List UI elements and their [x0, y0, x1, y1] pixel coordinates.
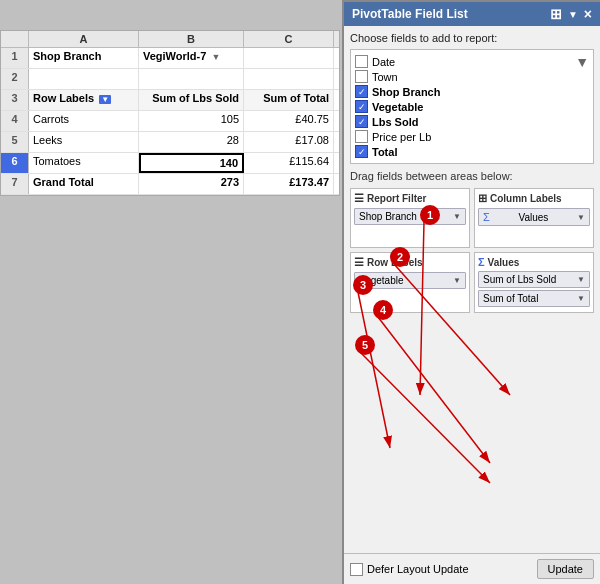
pivot-panel: PivotTable Field List ⊞ ▼ × Choose field…	[342, 0, 600, 584]
layout-icon[interactable]: ⊞	[550, 6, 562, 22]
cell-a6[interactable]: Tomatoes	[29, 153, 139, 173]
cell-c4[interactable]: £40.75	[244, 111, 334, 131]
cell-b3[interactable]: Sum of Lbs Sold	[139, 90, 244, 110]
col-header-b[interactable]: B	[139, 31, 244, 47]
town-checkbox[interactable]	[355, 70, 368, 83]
total-checkbox[interactable]: ✓	[355, 145, 368, 158]
vegetable-checkbox[interactable]: ✓	[355, 100, 368, 113]
values-header: Σ Values	[478, 256, 590, 268]
drag-areas-label: Drag fields between areas below:	[350, 170, 594, 182]
table-row: 6 Tomatoes 140 £115.64	[1, 153, 339, 174]
cell-a5[interactable]: Leeks	[29, 132, 139, 152]
sigma-values-icon: Σ	[478, 256, 485, 268]
row-labels-area-label: Row Labels	[367, 257, 423, 268]
column-labels-label: Column Labels	[490, 193, 562, 204]
report-filter-area: ☰ Report Filter Shop Branch ▼	[350, 188, 470, 248]
values-area-label: Values	[519, 212, 549, 223]
row-number: 2	[1, 69, 29, 89]
cell-a4[interactable]: Carrots	[29, 111, 139, 131]
dropdown-filter-icon[interactable]: ▼	[99, 95, 111, 104]
list-item: ✓ Lbs Sold	[355, 114, 589, 129]
date-field-label: Date	[372, 56, 395, 68]
table-row: 3 Row Labels ▼ Sum of Lbs Sold Sum of To…	[1, 90, 339, 111]
town-field-label: Town	[372, 71, 398, 83]
defer-checkbox[interactable]	[350, 563, 363, 576]
row-number: 6	[1, 153, 29, 173]
column-labels-area: ⊞ Column Labels Σ Values ▼	[474, 188, 594, 248]
sum-total-dropdown-icon[interactable]: ▼	[577, 294, 585, 303]
table-row: 5 Leeks 28 £17.08	[1, 132, 339, 153]
shop-branch-dropdown-icon[interactable]: ▼	[453, 212, 461, 221]
close-icon[interactable]: ×	[584, 6, 592, 22]
vegetable-row-label: Vegetable	[359, 275, 404, 286]
vegiworld-text: VegiWorld-7	[143, 50, 206, 62]
total-field-label: Total	[372, 146, 397, 158]
list-item: ✓ Shop Branch	[355, 84, 589, 99]
sum-lbs-sold-item[interactable]: Sum of Lbs Sold ▼	[478, 271, 590, 288]
sum-lbs-sold-label: Sum of Lbs Sold	[483, 274, 556, 285]
column-labels-header: ⊞ Column Labels	[478, 192, 590, 205]
cell-c3[interactable]: Sum of Total	[244, 90, 334, 110]
cell-c1[interactable]	[244, 48, 334, 68]
pivot-title: PivotTable Field List	[352, 7, 468, 21]
column-area-icon: ⊞	[478, 192, 487, 205]
spreadsheet: A B C 1 Shop Branch VegiWorld-7 ▼ 2 3 Ro…	[0, 30, 340, 196]
sum-lbs-dropdown-icon[interactable]: ▼	[577, 275, 585, 284]
filter-area-icon: ☰	[354, 192, 364, 205]
lbs-sold-checkbox[interactable]: ✓	[355, 115, 368, 128]
list-item: Date	[355, 54, 589, 69]
shop-branch-field-label: Shop Branch	[372, 86, 440, 98]
report-filter-label: Report Filter	[367, 193, 426, 204]
values-dropdown-icon[interactable]: ▼	[577, 213, 585, 222]
row-labels-area: ☰ Row Labels Vegetable ▼	[350, 252, 470, 313]
update-button[interactable]: Update	[537, 559, 594, 579]
row-labels-header: ☰ Row Labels	[354, 256, 466, 269]
cell-a3[interactable]: Row Labels ▼	[29, 90, 139, 110]
field-list: ▼ Date Town ✓ Shop Branch ✓ Vegetable ✓ …	[350, 49, 594, 164]
cell-b7[interactable]: 273	[139, 174, 244, 194]
col-header-a[interactable]: A	[29, 31, 139, 47]
column-values-item[interactable]: Σ Values ▼	[478, 208, 590, 226]
report-filter-item[interactable]: Shop Branch ▼	[354, 208, 466, 225]
values-label: Values	[488, 257, 520, 268]
vegetable-row-item[interactable]: Vegetable ▼	[354, 272, 466, 289]
choose-fields-label: Choose fields to add to report:	[350, 32, 594, 44]
pivot-body: Choose fields to add to report: ▼ Date T…	[344, 26, 600, 553]
filter-icon[interactable]: ▼	[211, 52, 220, 62]
column-headers: A B C	[1, 31, 339, 48]
lbs-sold-field-label: Lbs Sold	[372, 116, 418, 128]
cell-a1[interactable]: Shop Branch	[29, 48, 139, 68]
list-item: Town	[355, 69, 589, 84]
row-number: 7	[1, 174, 29, 194]
date-checkbox[interactable]	[355, 55, 368, 68]
col-header-c[interactable]: C	[244, 31, 334, 47]
vegetable-field-label: Vegetable	[372, 101, 423, 113]
list-item: Price per Lb	[355, 129, 589, 144]
row-number: 5	[1, 132, 29, 152]
cell-b5[interactable]: 28	[139, 132, 244, 152]
cell-b4[interactable]: 105	[139, 111, 244, 131]
values-area: Σ Values Sum of Lbs Sold ▼ Sum of Total …	[474, 252, 594, 313]
cell-c2[interactable]	[244, 69, 334, 89]
shop-branch-area-label: Shop Branch	[359, 211, 417, 222]
sum-total-item[interactable]: Sum of Total ▼	[478, 290, 590, 307]
cell-b1[interactable]: VegiWorld-7 ▼	[139, 48, 244, 68]
cell-b2[interactable]	[139, 69, 244, 89]
table-row: 4 Carrots 105 £40.75	[1, 111, 339, 132]
sum-total-label: Sum of Total	[483, 293, 538, 304]
price-per-lb-checkbox[interactable]	[355, 130, 368, 143]
cell-a2[interactable]	[29, 69, 139, 89]
table-row: 2	[1, 69, 339, 90]
cell-c5[interactable]: £17.08	[244, 132, 334, 152]
table-row: 7 Grand Total 273 £173.47	[1, 174, 339, 195]
cell-a7[interactable]: Grand Total	[29, 174, 139, 194]
shop-branch-checkbox[interactable]: ✓	[355, 85, 368, 98]
cell-b6[interactable]: 140	[139, 153, 244, 173]
filter-funnel-icon[interactable]: ▼	[575, 54, 589, 70]
cell-c6[interactable]: £115.64	[244, 153, 334, 173]
dropdown-icon[interactable]: ▼	[568, 9, 578, 20]
vegetable-dropdown-icon[interactable]: ▼	[453, 276, 461, 285]
row-labels-text: Row Labels	[33, 92, 94, 104]
corner-cell	[1, 31, 29, 47]
cell-c7[interactable]: £173.47	[244, 174, 334, 194]
